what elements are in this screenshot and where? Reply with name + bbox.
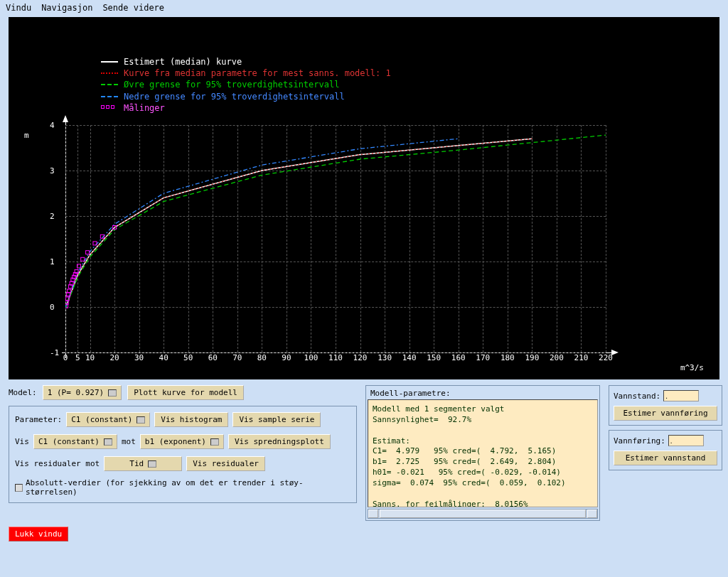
dropdown-icon	[104, 438, 112, 446]
vannforing-input[interactable]	[668, 435, 704, 446]
vannstand-panel: Vannstand: Estimer vannføring	[609, 385, 722, 426]
legend-label-5: Målinger	[124, 102, 165, 114]
y-axis-label: m	[24, 131, 29, 140]
legend-swatch-magenta	[101, 105, 118, 111]
residual-dropdown[interactable]: Tid	[104, 456, 182, 471]
y-tick: 1	[50, 257, 55, 266]
legend-swatch-blue	[101, 96, 118, 97]
y-axis-arrow-icon	[63, 115, 68, 122]
parameter-label: Parameter:	[15, 415, 62, 424]
x-tick: 5	[75, 353, 80, 362]
vis-sample-button[interactable]: Vis sample serie	[232, 412, 321, 427]
x-tick: 60	[208, 353, 218, 362]
parameter-dropdown-value: C1 (constant)	[71, 415, 132, 424]
x-tick: 40	[159, 353, 168, 362]
legend-label-3: Øvre grense for 95% troverdighetsinterva…	[124, 79, 339, 90]
legend-swatch-green	[101, 84, 118, 85]
vannstand-label: Vannstand:	[614, 392, 660, 401]
vis-residual-button[interactable]: Vis residualer	[186, 456, 265, 471]
legend-label-1: Estimert (median) kurve	[124, 56, 242, 68]
legend-label-2: Kurve fra median parametre for mest sann…	[124, 68, 391, 79]
residual-label: Vis residualer mot	[15, 459, 100, 468]
parameter-panel: Parameter: C1 (constant) Vis histogram V…	[9, 406, 357, 503]
y-tick: 3	[50, 166, 55, 176]
vannstand-input[interactable]	[663, 390, 699, 401]
curves-svg	[65, 125, 606, 352]
legend: Estimert (median) kurve Kurve fra median…	[101, 56, 391, 114]
abs-values-label: Absolutt-verdier (for sjekking av om det…	[26, 478, 350, 497]
parameter-dropdown[interactable]: C1 (constant)	[66, 412, 150, 427]
dropdown-icon	[136, 416, 145, 424]
curve	[65, 139, 459, 307]
vannforing-panel: Vannføring: Estimer vannstand	[609, 430, 722, 470]
model-dropdown[interactable]: 1 (P= 0.927)	[43, 385, 122, 400]
model-parameters-panel: Modell-parametre: Modell med 1 segmenter…	[365, 385, 600, 521]
x-tick: 10	[85, 353, 95, 362]
x-tick: 80	[257, 353, 267, 362]
x-tick: 150	[427, 353, 441, 362]
vis-spread-button[interactable]: Vis spredningsplott	[228, 434, 331, 449]
model-parameters-title: Modell-parametre:	[368, 387, 598, 399]
vis-y-value: b1 (exponent)	[145, 437, 206, 446]
y-tick: -1	[50, 348, 59, 357]
curve	[65, 135, 606, 308]
dropdown-icon	[210, 438, 219, 446]
y-tick: 2	[50, 212, 55, 221]
legend-label-4: Nedre grense for 95% troverdighetsinterv…	[124, 91, 345, 102]
y-tick: 4	[50, 121, 55, 130]
measurement-point	[81, 257, 85, 261]
close-window-button[interactable]: Lukk vindu	[9, 527, 68, 541]
x-tick: 90	[282, 353, 291, 362]
vis-x-value: C1 (constant)	[38, 437, 100, 446]
scroll-thumb[interactable]	[380, 509, 586, 518]
scroll-left-icon[interactable]	[368, 509, 378, 518]
x-tick: 130	[378, 353, 392, 362]
model-label: Model:	[9, 388, 37, 397]
menu-vindu[interactable]: Vindu	[6, 3, 31, 13]
x-tick: 220	[599, 353, 613, 362]
scroll-right-icon[interactable]	[587, 509, 597, 518]
x-tick: 20	[109, 353, 119, 362]
x-tick: 180	[500, 353, 515, 362]
x-tick: 50	[183, 353, 193, 362]
mot-label: mot	[122, 437, 136, 446]
curve	[65, 139, 532, 308]
x-tick: 100	[304, 353, 318, 362]
y-tick: 0	[50, 303, 55, 312]
legend-swatch-red	[101, 72, 118, 74]
horizontal-scrollbar[interactable]	[368, 509, 598, 519]
x-tick: 190	[525, 353, 539, 362]
vis-label: Vis	[15, 437, 29, 446]
x-tick: 200	[550, 353, 564, 362]
dropdown-icon	[108, 389, 117, 397]
abs-values-checkbox[interactable]	[15, 484, 23, 492]
measurement-point	[86, 251, 90, 254]
estimer-vannstand-button[interactable]: Estimer vannstand	[614, 451, 717, 465]
plot-area: Estimert (median) kurve Kurve fra median…	[9, 17, 719, 379]
model-parameters-body: Modell med 1 segmenter valgt Sannsynligh…	[368, 399, 598, 507]
model-dropdown-value: 1 (P= 0.927)	[48, 388, 104, 397]
residual-dropdown-value: Tid	[129, 459, 144, 468]
x-tick: 210	[574, 353, 589, 362]
vis-y-dropdown[interactable]: b1 (exponent)	[140, 434, 224, 449]
x-tick: 30	[134, 353, 144, 362]
dropdown-icon	[148, 460, 156, 468]
vannforing-label: Vannføring:	[614, 436, 665, 446]
menu-sende-videre[interactable]: Sende videre	[102, 3, 164, 13]
x-tick: 120	[353, 353, 368, 362]
x-tick: 0	[63, 353, 68, 362]
x-tick: 110	[328, 353, 343, 362]
menu-navigasjon[interactable]: Navigasjon	[41, 3, 92, 13]
x-axis-label: m^3/s	[680, 363, 704, 372]
estimer-vannforing-button[interactable]: Estimer vannføring	[614, 406, 717, 421]
x-tick: 140	[402, 353, 417, 362]
vis-x-dropdown[interactable]: C1 (constant)	[33, 434, 117, 449]
x-tick: 160	[451, 353, 466, 362]
plot-model-button[interactable]: Plott kurve for modell	[127, 385, 244, 400]
x-tick: 70	[232, 353, 242, 362]
x-gridline	[606, 125, 606, 352]
x-tick: 170	[476, 353, 490, 362]
legend-swatch-white	[101, 61, 118, 63]
measurement-point	[77, 264, 81, 268]
vis-histogram-button[interactable]: Vis histogram	[154, 412, 228, 427]
